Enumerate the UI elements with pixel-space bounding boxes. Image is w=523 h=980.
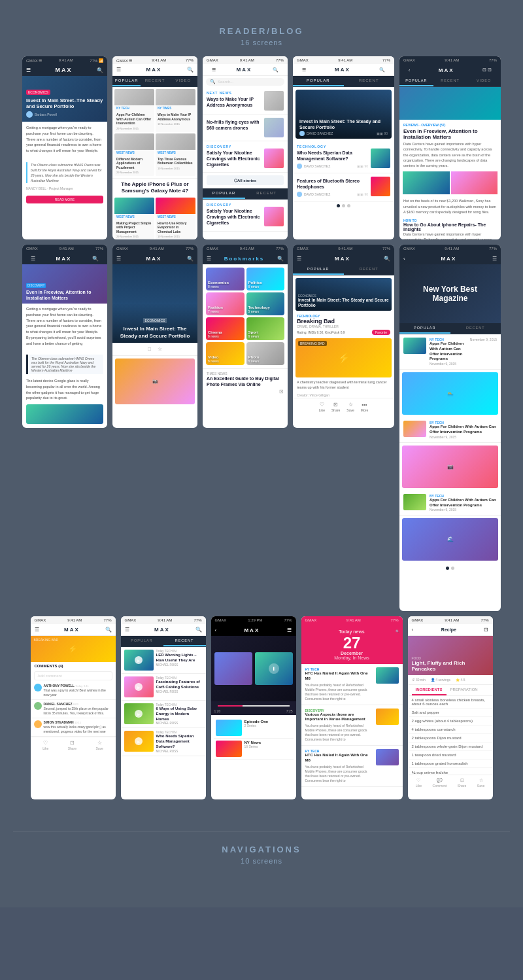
screen-11: GMAX9:41 AM77% ☰ MAX 🔍 ⚡ BREAKING BAD CO… <box>31 616 116 799</box>
s2-article-2[interactable]: NY TIMES Ways to Make Your IP Address An… <box>156 89 195 132</box>
screen-5: GMAX9:41 AM77% ‹ MAX ⊡ ⊡ POPULAR RECENT … <box>399 56 501 239</box>
s10-news-1[interactable]: NY TECH Apps For Children With Autism Ca… <box>399 334 501 370</box>
s3-nav-title: MAX <box>237 67 252 73</box>
s1-quote: The Oberon-class submarine HMAS Ovens wa… <box>26 162 103 183</box>
screen-7: GMAX9:41 AM77% ☰ MAX 🔍 ECONOMICS Invest … <box>112 245 197 428</box>
bm-sport[interactable]: Sport6 news <box>246 317 285 340</box>
s11-save-btn[interactable]: ☆ Save <box>95 740 103 750</box>
s14-news-3[interactable]: HY TECH HTC Has Nailed It Again With One… <box>301 746 403 787</box>
s2-article-6[interactable]: WEST NEWS How to Use Rotary Evaporator i… <box>156 198 195 239</box>
section-navigations-subtitle: 10 screens <box>0 857 523 865</box>
section-navigations-title: NAVIGATIONS <box>0 845 523 854</box>
s6-quote: The Oberon-class submarine HMAS Ovens wa… <box>26 355 103 374</box>
s11-comments-label: COMMENTS (4) <box>31 662 116 670</box>
screen-15: GMAX9:41 AM77% ‹ Recipe ⊡ FOOD Light, Fl… <box>408 616 493 799</box>
s11-share-btn[interactable]: ⊡ Share <box>68 740 76 750</box>
s5-body2: Hot on the heels of its new $1,200 Walkm… <box>399 196 501 217</box>
s1-author: Barbara Powell <box>35 113 57 116</box>
s3-all-stories[interactable]: ⬡ All stories <box>207 175 284 185</box>
s10-news-2[interactable]: BY TECH Apps For Children With Autism Ca… <box>399 417 501 443</box>
bm-photo[interactable]: Photo6 news <box>246 342 285 365</box>
s9-synopsis: A chemistry teacher diagnosed with termi… <box>293 377 394 393</box>
comment-1: ANTHONY POWELL Today, 9:41 That was a jo… <box>31 682 116 700</box>
s6-body2: The latest device Google glass is really… <box>22 376 107 402</box>
s6-title: Even in Freeview, Attention to Installat… <box>26 289 103 301</box>
s14-news-1[interactable]: HY TECH HTC Has Nailed It Again With One… <box>301 664 403 705</box>
s15-prep-tab[interactable]: PREPARATION <box>447 685 482 695</box>
s12-video-4[interactable]: ▶ Today TECH IN Who Needs Siperian Data … <box>121 728 206 756</box>
screen-3: GMAX9:41 AM77% ☰ MAX 🔍 🔍 Search... NEXT … <box>203 56 288 239</box>
s7-bookmark-icon[interactable]: ☆ <box>158 346 162 352</box>
s10-news-3[interactable]: BY TECH Apps For Children With Autism Ca… <box>399 491 501 516</box>
s15-comment-btn[interactable]: 💬Comment <box>433 778 447 788</box>
s3-search[interactable]: 🔍 Search... <box>206 78 284 86</box>
s9-creator: Creator: Vince Gilligan <box>293 393 394 398</box>
tab-recent[interactable]: RECENT <box>141 76 169 86</box>
section-reader-blog-title: READER/BLOG <box>0 26 523 36</box>
s9-share-btn[interactable]: ⊡ Share <box>331 402 340 412</box>
s9-rating: Rating: IMDb 9.50, KinoPoisk 8,9 <box>297 330 345 334</box>
s13-episode-2[interactable]: NY News 16 Series <box>214 739 294 760</box>
s2-article-1[interactable]: NY TECH Apps For Children With Autism Ca… <box>114 89 154 132</box>
s9-genres: CRIME, DRAMA, THRILLER <box>297 324 390 328</box>
s9-more-btn[interactable]: ••• More <box>361 402 368 412</box>
s1-nav-title: MAX <box>56 67 73 73</box>
s4-tech-article[interactable]: TECHNOLOGY Who Needs Siperian Data Manag… <box>293 141 394 173</box>
s3-article-2[interactable]: No-frills flying eyes with $60 camera dr… <box>203 114 288 141</box>
screen-14: GMAX9:41 AM77% Today news 🔍 27 December … <box>301 616 403 799</box>
s9-bookmark-btn[interactable]: ☆ Save <box>346 402 354 412</box>
s12-video-2[interactable]: ▶ Today TECH IN Fascinating Features of … <box>121 674 206 701</box>
bm-technology[interactable]: Technology5 news <box>246 292 285 315</box>
s9-like-btn[interactable]: ♡ Like <box>319 402 325 412</box>
s15-recipe-title: Light, Fluffy and Rich Pancakes <box>412 660 489 673</box>
s15-like-btn[interactable]: ♡Like <box>416 778 422 788</box>
s8-share[interactable]: ⊡ <box>279 389 284 394</box>
s11-like-btn[interactable]: ♡ Like <box>42 740 48 750</box>
screen-6: GMAX9:41 AM77% ☰ MAX 🔍 DISCOVERY Even in… <box>22 245 107 428</box>
s5-body: Data Centers have gained importance with… <box>403 141 497 168</box>
s14-news-2[interactable]: DISCOVERY Various Aspects those are Impo… <box>301 705 403 746</box>
bm-politics[interactable]: Politics6 news <box>246 268 285 290</box>
bm-fashion[interactable]: Fashion7 news <box>206 292 245 315</box>
s10-mag-title: New York Best Magazine <box>406 285 494 304</box>
s2-article-3[interactable]: WEST NEWS Different Modern Applications … <box>114 133 154 177</box>
tab-video[interactable]: VIDEO <box>169 76 197 86</box>
comment-2: DANIEL SANCHEZ 8:03 Second, jumped to 25… <box>31 700 116 718</box>
s2-article-5[interactable]: WEST NEWS Making Project Simple with Pro… <box>114 198 154 239</box>
s1-quote-author: NANCY BELL · Project Manager <box>26 186 103 191</box>
s15-share-btn[interactable]: ⊡Share <box>458 778 466 788</box>
s7-share-icon[interactable]: □ <box>148 346 151 352</box>
screen-1: GMAX ☰ 9:41 AM 77% 📶 ☰ MAX 🔍 ECONOMICS I… <box>22 56 107 239</box>
s6-category: DISCOVERY <box>26 283 46 288</box>
s5-article3-body: Data Centers have gained importance with… <box>403 232 497 239</box>
comment-3: SIMON STEADMAN 10:15 wow this actually l… <box>31 718 116 737</box>
s13-episode-1[interactable]: Episode One 2 Series <box>214 718 294 739</box>
s4-bluetooth-article[interactable]: Features of Bluetooth Stereo Headphones … <box>293 173 394 201</box>
screen-4: GMAX9:41 AM77% ☰ MAX 🔍 POPULAR RECENT In… <box>293 56 394 239</box>
s1-hero-title: Invest In Main Street–The Steady and Sec… <box>26 97 103 111</box>
s3-article-1[interactable]: NEXT NEWS Ways to Make Your IP Address A… <box>203 88 288 114</box>
tab-popular[interactable]: POPULAR <box>112 76 141 86</box>
s3-article-3[interactable]: DISCOVERY Satisfy Your Nicotine Cravings… <box>203 141 288 173</box>
s13-play-btn[interactable]: ⏸ <box>269 663 279 674</box>
s11-add-comment[interactable]: Add comment <box>34 671 112 680</box>
s3-article-4[interactable]: DISCOVERY Satisfy Your Nicotine Cravings… <box>203 200 288 231</box>
screen-10: GMAX9:41 AM77% ‹ MAX ☰ New York Best Mag… <box>399 245 501 611</box>
s1-read-more[interactable]: READ MORE <box>26 196 103 203</box>
s12-video-1[interactable]: ▶ Today TECH IN LED Warning Lights – How… <box>121 647 206 674</box>
bm-video[interactable]: Video8 news <box>206 342 245 365</box>
s15-save-btn[interactable]: ☆Save <box>477 778 484 788</box>
s2-nav-title: MAX <box>146 67 162 73</box>
s1-body: Getting a mortgage when you're ready to … <box>26 125 103 154</box>
s9-favorite[interactable]: Favorite <box>372 330 390 335</box>
s2-article-4[interactable]: WEST NEWS Top Three Famous Bohemian Coll… <box>156 133 195 177</box>
s5-article3-title: How to Go About Iphone Repairs- The Insi… <box>403 222 497 232</box>
bm-cinema[interactable]: Cinema6 news <box>206 317 245 340</box>
bm-economics[interactable]: Economics8 news <box>206 268 245 290</box>
s7-category: ECONOMICS <box>143 318 167 323</box>
screen-8: GMAX9:41 AM77% ☰ Bookmarks 🔍 Economics8 … <box>203 245 288 428</box>
screen-13: GMAX1:29 PM77% ‹ MAX ☰ ⏸ <box>211 616 296 799</box>
s12-video-3[interactable]: ▶ Today TECH IN 6 Ways of Using Solar En… <box>121 701 206 728</box>
screen-12: GMAX9:41 AM77% ☰ MAX 🔍 POPULAR RECENT ▶ … <box>121 616 206 799</box>
s14-search-icon[interactable]: 🔍 <box>396 629 399 633</box>
